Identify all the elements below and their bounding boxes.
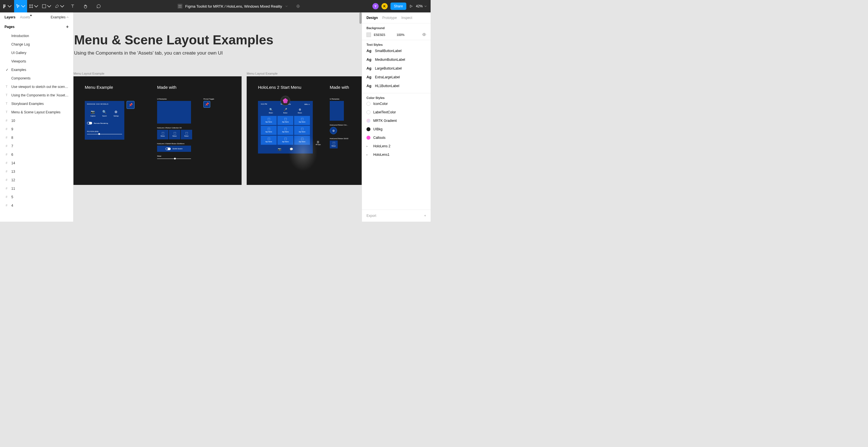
layer-item[interactable]: #9 xyxy=(0,125,73,133)
tab-assets[interactable]: Assets xyxy=(20,15,30,19)
layers-list: TUse viewport to sketch out the scene l.… xyxy=(0,83,73,210)
mic-button: 🎤Button xyxy=(283,108,287,114)
page-item[interactable]: Components xyxy=(0,74,73,83)
made-with-title: Made with xyxy=(330,85,349,90)
layer-item[interactable]: #6 xyxy=(0,150,73,159)
triangle-right-icon: ▸ xyxy=(367,145,370,148)
cube-icon: ⬚ xyxy=(261,137,277,140)
text-layer-icon: T xyxy=(6,85,8,88)
doc-title[interactable]: Figma Toolkit for MRTK / HoloLens, Windo… xyxy=(185,4,282,8)
page-title[interactable]: Menu & Scene Layout Examples xyxy=(74,32,362,48)
text-style-item[interactable]: AgLargeButtonLabel xyxy=(367,64,426,73)
color-group-item[interactable]: ▸HoloLens 2 xyxy=(367,142,426,150)
avatar-user-1[interactable]: Y xyxy=(372,3,379,9)
hand-tool-button[interactable] xyxy=(79,0,92,12)
shape-tool-button[interactable] xyxy=(40,0,53,12)
figma-menu-button[interactable] xyxy=(0,0,14,12)
color-style-item[interactable]: Callouts xyxy=(367,133,426,142)
color-style-item[interactable]: IconColor xyxy=(367,99,426,108)
gear-icon: ⚙ xyxy=(114,110,119,114)
bg-hex-value[interactable]: E5E5E5 xyxy=(374,33,385,36)
layer-item[interactable]: #12 xyxy=(0,176,73,184)
page-dropdown[interactable]: Examples xyxy=(51,15,69,19)
color-swatch xyxy=(367,119,370,123)
layer-item[interactable]: #11 xyxy=(0,184,73,193)
text-tool-button[interactable] xyxy=(66,0,79,12)
avatar-user-2[interactable]: K xyxy=(381,3,388,9)
frame-label[interactable]: Menu Layout Example xyxy=(73,72,242,75)
doc-icon xyxy=(178,4,183,9)
color-style-item[interactable]: MRTK Gradient xyxy=(367,117,426,125)
add-export-button[interactable]: + xyxy=(424,214,426,218)
layer-item[interactable]: #10 xyxy=(0,117,73,125)
chevron-up-icon xyxy=(66,16,69,19)
comment-tool-button[interactable] xyxy=(92,0,105,12)
cube-icon: ⬚ xyxy=(181,131,192,135)
chevron-down-icon xyxy=(34,4,38,8)
bg-color-chip[interactable] xyxy=(367,32,371,37)
bg-opacity[interactable]: 100% xyxy=(396,33,404,36)
add-page-button[interactable]: + xyxy=(66,24,69,29)
pen-tool-button[interactable] xyxy=(53,0,66,12)
gear-icon: ⚙ xyxy=(298,108,302,111)
frame-layer-icon: # xyxy=(6,119,7,122)
ag-icon: Ag xyxy=(367,84,372,88)
text-style-item[interactable]: AgSmallButtonLabel xyxy=(367,47,426,55)
frame-layer-icon: # xyxy=(6,153,7,156)
color-swatch xyxy=(367,102,370,106)
tab-inspect[interactable]: Inspect xyxy=(401,16,412,20)
tab-layers[interactable]: Layers xyxy=(4,15,16,19)
present-icon[interactable] xyxy=(409,4,413,8)
hand-visualization xyxy=(286,129,320,174)
camera-icon: 📷 xyxy=(278,148,281,151)
tab-design[interactable]: Design xyxy=(367,16,378,20)
layer-item[interactable]: TStoryboard Examples xyxy=(0,99,73,108)
text-styles-title: Text Styles xyxy=(367,43,426,47)
layer-item[interactable]: TUse viewport to sketch out the scene l.… xyxy=(0,83,73,91)
zoom-level[interactable]: 42% xyxy=(416,4,427,8)
visibility-toggle[interactable] xyxy=(422,32,426,37)
page-item[interactable]: Change Log xyxy=(0,40,73,49)
svg-point-6 xyxy=(424,34,425,35)
layer-item[interactable]: #4 xyxy=(0,201,73,210)
app-tile: ⬚App Name xyxy=(261,126,277,135)
tab-prototype[interactable]: Prototype xyxy=(382,16,397,20)
page-subtitle[interactable]: Using the Components in the 'Assets' tab… xyxy=(74,50,362,56)
page-item[interactable]: UI Gallery xyxy=(0,49,73,57)
chevron-down-icon[interactable] xyxy=(285,5,288,7)
color-swatch xyxy=(367,110,370,114)
toggle-switch xyxy=(87,122,92,124)
globe-icon[interactable] xyxy=(296,4,300,8)
frame-layer-icon: # xyxy=(6,127,7,130)
svg-rect-2 xyxy=(180,5,181,6)
page-item[interactable]: Viewports xyxy=(0,57,73,66)
color-style-item[interactable]: UIBkg xyxy=(367,125,426,133)
frame-tool-button[interactable] xyxy=(27,0,40,12)
layer-item[interactable]: #13 xyxy=(0,168,73,176)
frame-menu-layout-2[interactable]: HoloLens 2 Start Menu 3:21 PM Mixed Real… xyxy=(247,76,362,185)
frame-label[interactable]: Menu Layout Example xyxy=(247,72,362,75)
layer-item[interactable]: #14 xyxy=(0,159,73,168)
text-layer-icon: T xyxy=(6,110,8,114)
mr-logo xyxy=(281,96,290,106)
text-style-item[interactable]: AgMediumButtonLabel xyxy=(367,55,426,64)
notification-dot xyxy=(30,15,32,16)
page-item[interactable]: Introduction xyxy=(0,32,73,40)
text-style-item[interactable]: AgExtraLargeLabel xyxy=(367,73,426,82)
export-section[interactable]: Export + xyxy=(362,209,431,222)
color-group-item[interactable]: ▸HoloLens1 xyxy=(367,150,426,159)
layer-item[interactable]: TUsing the Components in the 'Assets' t.… xyxy=(0,91,73,99)
page-item[interactable]: Examples xyxy=(0,66,73,74)
share-button[interactable]: Share xyxy=(391,3,406,10)
layer-item[interactable]: #5 xyxy=(0,193,73,201)
button-tile: ⬚Button xyxy=(181,130,192,139)
layer-item[interactable]: #8 xyxy=(0,133,73,142)
text-style-item[interactable]: AgHL1ButtonLabel xyxy=(367,82,426,90)
layer-item[interactable]: TMenu & Scene Layout Examples xyxy=(0,108,73,117)
move-tool-button[interactable] xyxy=(14,0,27,12)
frame-menu-layout-1[interactable]: Menu Example MANAGE CAD MODELS 📷Capture … xyxy=(73,76,242,185)
pin-button: 📌 xyxy=(204,101,210,108)
layer-item[interactable]: #7 xyxy=(0,142,73,150)
canvas[interactable]: Menu & Scene Layout Examples Using the C… xyxy=(73,12,362,222)
color-style-item[interactable]: LabelTextColor xyxy=(367,108,426,117)
